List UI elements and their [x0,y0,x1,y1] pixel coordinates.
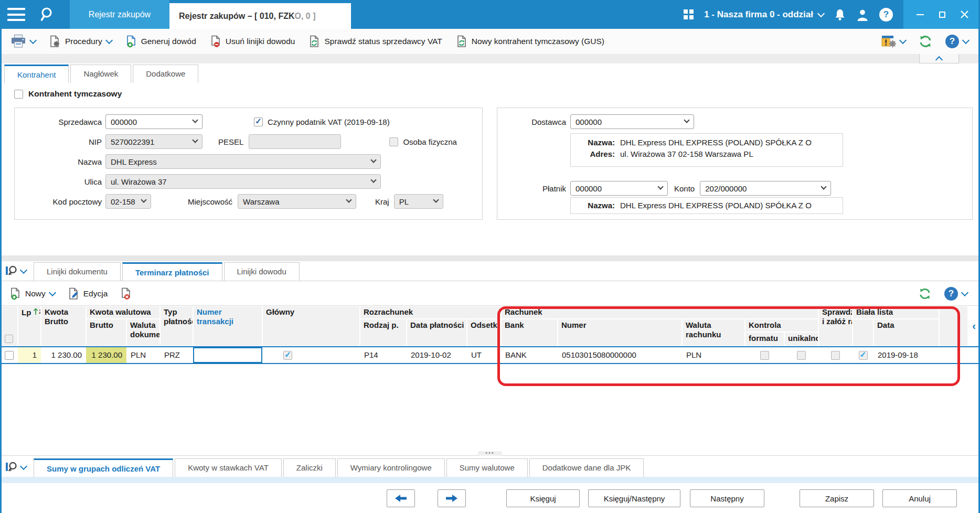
tab-zaliczki[interactable]: Zaliczki [283,458,336,477]
grid-filter-button[interactable] [5,265,26,277]
cell-numer-transakcji-selected[interactable] [193,347,262,363]
anuluj-button[interactable]: Anuluj [882,489,957,507]
kraj-combobox[interactable]: PL [394,194,443,209]
glowny-checkbox[interactable] [283,351,292,360]
kontrola-unikalnosci-checkbox[interactable] [797,351,806,360]
kod-pocztowy-combobox[interactable]: 02-158 [105,194,151,209]
zapisz-button[interactable]: Zapisz [800,489,874,507]
cell-rodzaj[interactable]: P14 [360,347,407,363]
nastepny-button[interactable]: Następny [690,489,764,507]
sprzedawca-combobox[interactable]: 000000 [105,114,203,129]
colgroup-rozrachunek[interactable]: Rozrachunek [360,306,500,318]
kontrahent-tymczasowy-checkbox[interactable] [14,90,23,99]
miejscowosc-combobox[interactable]: Warszawa [238,194,356,209]
col-kwota-brutto[interactable]: KwotaBrutto [41,306,86,346]
table-row[interactable]: 1 1 230.00 1 230.00 PLN PRZ P14 2019-10-… [0,346,980,364]
apps-grid-icon[interactable] [684,9,694,19]
app-tab[interactable]: Rejestr zakupów [70,0,169,29]
biala-lista-checkbox[interactable] [859,351,868,360]
minimize-icon[interactable] [916,10,924,19]
help-icon[interactable] [879,8,893,22]
cell-waluta-dokumentu[interactable]: PLN [126,347,160,363]
usun-linijki-button[interactable]: Usuń linijki dowodu [206,33,300,50]
col-kw-brutto[interactable]: Brutto [87,319,126,346]
col-rodzaj[interactable]: Rodzaj p. [360,319,406,346]
cell-data-platnosci[interactable]: 2019-10-02 [407,347,467,363]
nowy-kontrahent-gus-button[interactable]: Nowy kontrahent tymczasowy (GUS) [452,33,609,50]
previous-record-button[interactable] [387,489,415,507]
tab-linijki-dokumentu[interactable]: Linijki dokumentu [34,262,121,281]
hamburger-menu-icon[interactable] [7,8,25,21]
tab-linijki-dowodu[interactable]: Linijki dowodu [224,262,300,281]
col-kontrola-unikalnosci[interactable]: unikalności [785,333,818,346]
col-waluta-rachunku[interactable]: Walutarachunku [683,319,744,346]
tab-kontrahent[interactable]: Kontrahent [4,65,69,83]
refresh-icon[interactable] [918,287,932,301]
col-biala-lista-check[interactable] [853,319,873,346]
nip-combobox[interactable]: 5270022391 [105,134,203,149]
col-glowny[interactable]: Główny [263,306,359,346]
col-lp[interactable]: Lp2 [18,306,40,346]
collapse-panel-button[interactable] [919,54,959,63]
col-waluta-dokumentu[interactable]: Walutadokumentu [127,319,159,346]
ksieguj-button[interactable]: Księguj [506,489,580,507]
osoba-fizyczna-checkbox[interactable] [389,137,398,146]
grid-help-button[interactable] [940,285,972,303]
sprawdz-zaloz-checkbox[interactable] [831,351,840,360]
bottom-filter-button[interactable] [5,461,26,474]
cell-kwota-brutto[interactable]: 1 230.00 [41,347,86,363]
document-tab[interactable]: Rejestr zakupów – [ 010, FZKO, 0 ] [169,3,351,29]
cell-bank[interactable]: BANK [501,347,558,363]
col-bank[interactable]: Bank [502,319,557,346]
ksieguj-nastepny-button[interactable]: Księguj/Następny [588,489,680,507]
colgroup-kontrola[interactable]: Kontrola [745,319,818,332]
cell-kwota-walutowa[interactable]: 1 230.00 [86,347,126,363]
czynny-podatnik-checkbox[interactable] [254,117,263,126]
cell-lp[interactable]: 1 [18,347,41,363]
print-button[interactable] [6,32,40,51]
col-numer-transakcji[interactable]: Numertransakcji [194,306,262,346]
select-all-checkbox[interactable] [5,335,13,343]
tab-naglowek[interactable]: Nagłówek [70,65,131,83]
tab-sumy-vat[interactable]: Sumy w grupach odliczeń VAT [34,458,173,477]
kontrola-formatu-checkbox[interactable] [760,351,769,360]
tab-dodatkowe-jpk[interactable]: Dodatkowe dane dla JPK [529,458,644,477]
konto-combobox[interactable]: 202/000000 [700,181,831,196]
alerts-settings-button[interactable] [877,33,910,50]
platnik-combobox[interactable]: 000000 [570,181,668,196]
cell-typ-platnosci[interactable]: PRZ [160,347,193,363]
refresh-icon[interactable] [918,34,933,49]
cell-odsetki[interactable]: UT [467,347,501,363]
nowy-button[interactable]: Nowy [5,285,59,302]
next-record-button[interactable] [438,489,466,507]
nazwa-combobox[interactable]: DHL Express [105,154,381,169]
cell-numer-rachunku[interactable]: 05103015080000000 [558,347,682,363]
tab-dodatkowe[interactable]: Dodatkowe [133,65,198,83]
company-selector[interactable]: 1 - Nasza firma 0 - oddział [704,9,824,20]
ulica-combobox[interactable]: ul. Wirażowa 37 [105,174,381,189]
colgroup-kwota-walutowa[interactable]: Kwota walutowa [87,306,159,318]
user-icon[interactable] [856,8,869,21]
colgroup-rachunek[interactable]: Rachunek [502,306,818,318]
tab-wymiary-kontrolingowe[interactable]: Wymiary kontrolingowe [337,458,445,477]
usun-row-button[interactable] [116,285,136,302]
close-icon[interactable] [960,10,968,19]
notifications-bell-icon[interactable] [834,8,846,21]
tab-sumy-walutowe[interactable]: Sumy walutowe [446,458,528,477]
edycja-button[interactable]: Edycja [63,285,112,302]
procedury-button[interactable]: Procedury [45,33,116,50]
search-icon[interactable] [40,6,55,22]
dostawca-combobox[interactable]: 000000 [570,114,694,129]
col-numer-rachunku[interactable]: Numer [558,319,681,346]
col-data-platnosci[interactable]: Data płatności [407,319,466,346]
scroll-left-icon[interactable]: ‹ [968,306,979,346]
cell-biala-lista-data[interactable]: 2019-09-18 [874,347,939,363]
row-select-checkbox[interactable] [5,351,14,360]
tab-terminarz-platnosci[interactable]: Terminarz płatności [122,262,222,281]
splitter-handle[interactable] [478,451,502,456]
cell-waluta-rachunku[interactable]: PLN [682,347,745,363]
col-odsetki[interactable]: Odsetki [467,319,500,346]
col-typ-platnosci[interactable]: Typpłatności [161,306,193,346]
sprawdz-vat-button[interactable]: Sprawdź status sprzedawcy VAT [304,33,446,50]
maximize-icon[interactable] [938,10,946,19]
